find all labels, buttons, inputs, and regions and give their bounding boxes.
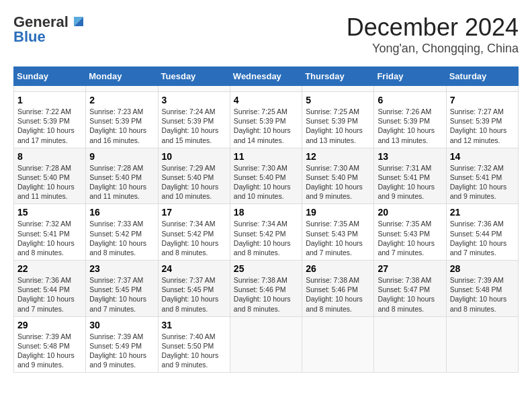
- calendar-cell: 16Sunrise: 7:33 AMSunset: 5:42 PMDayligh…: [86, 204, 158, 261]
- day-info: Sunrise: 7:29 AMSunset: 5:40 PMDaylight:…: [162, 163, 226, 201]
- day-info: Sunrise: 7:39 AMSunset: 5:48 PMDaylight:…: [17, 332, 82, 370]
- day-info: Sunrise: 7:25 AMSunset: 5:39 PMDaylight:…: [306, 107, 370, 145]
- day-number: 27: [378, 263, 442, 274]
- calendar-cell: 19Sunrise: 7:35 AMSunset: 5:43 PMDayligh…: [302, 204, 374, 261]
- day-number: 3: [162, 95, 226, 105]
- day-info: Sunrise: 7:38 AMSunset: 5:46 PMDaylight:…: [306, 275, 370, 314]
- calendar-cell: 28Sunrise: 7:39 AMSunset: 5:48 PMDayligh…: [446, 261, 518, 317]
- day-number: 15: [17, 207, 82, 218]
- calendar-cell: [230, 86, 302, 92]
- day-info: Sunrise: 7:24 AMSunset: 5:39 PMDaylight:…: [162, 107, 226, 145]
- weekday-header-friday: Friday: [374, 67, 446, 86]
- day-number: 19: [306, 207, 370, 218]
- day-info: Sunrise: 7:36 AMSunset: 5:44 PMDaylight:…: [450, 219, 515, 257]
- day-number: 30: [89, 320, 154, 330]
- day-number: 29: [17, 320, 82, 330]
- weekday-header-monday: Monday: [86, 67, 158, 86]
- day-info: Sunrise: 7:28 AMSunset: 5:40 PMDaylight:…: [89, 163, 154, 201]
- calendar-cell: 2Sunrise: 7:23 AMSunset: 5:39 PMDaylight…: [86, 92, 158, 148]
- calendar-cell: 12Sunrise: 7:30 AMSunset: 5:40 PMDayligh…: [302, 148, 374, 204]
- day-number: 26: [306, 263, 370, 274]
- calendar-week-row: 15Sunrise: 7:32 AMSunset: 5:41 PMDayligh…: [14, 204, 519, 261]
- day-number: 17: [162, 207, 226, 218]
- day-number: 4: [234, 95, 298, 105]
- day-number: 12: [306, 151, 370, 162]
- weekday-header-saturday: Saturday: [446, 67, 518, 86]
- day-info: Sunrise: 7:40 AMSunset: 5:50 PMDaylight:…: [162, 332, 226, 370]
- day-info: Sunrise: 7:31 AMSunset: 5:41 PMDaylight:…: [378, 163, 442, 201]
- calendar-cell: 15Sunrise: 7:32 AMSunset: 5:41 PMDayligh…: [14, 204, 86, 261]
- calendar-cell: [446, 86, 518, 92]
- calendar-cell: 11Sunrise: 7:30 AMSunset: 5:40 PMDayligh…: [230, 148, 302, 204]
- weekday-header-sunday: Sunday: [14, 67, 86, 86]
- day-info: Sunrise: 7:25 AMSunset: 5:39 PMDaylight:…: [234, 107, 298, 145]
- weekday-header-tuesday: Tuesday: [158, 67, 230, 86]
- day-number: 16: [89, 207, 154, 218]
- day-number: 14: [450, 151, 515, 162]
- calendar-cell: [14, 86, 86, 92]
- logo-icon: [70, 13, 87, 30]
- day-info: Sunrise: 7:36 AMSunset: 5:44 PMDaylight:…: [17, 275, 82, 314]
- calendar-cell: [86, 86, 158, 92]
- calendar-week-row: 29Sunrise: 7:39 AMSunset: 5:48 PMDayligh…: [14, 316, 519, 373]
- day-info: Sunrise: 7:37 AMSunset: 5:45 PMDaylight:…: [162, 275, 226, 314]
- calendar-cell: 21Sunrise: 7:36 AMSunset: 5:44 PMDayligh…: [446, 204, 518, 261]
- day-number: 10: [162, 151, 226, 162]
- day-info: Sunrise: 7:26 AMSunset: 5:39 PMDaylight:…: [378, 107, 442, 145]
- weekday-header-thursday: Thursday: [302, 67, 374, 86]
- calendar-cell: 27Sunrise: 7:38 AMSunset: 5:47 PMDayligh…: [374, 261, 446, 317]
- day-number: 24: [162, 263, 226, 274]
- calendar-cell: [302, 86, 374, 92]
- calendar-cell: 18Sunrise: 7:34 AMSunset: 5:42 PMDayligh…: [230, 204, 302, 261]
- page-header: General Blue December 2024 Yong'an, Chon…: [13, 13, 519, 56]
- calendar-cell: [158, 86, 230, 92]
- day-info: Sunrise: 7:39 AMSunset: 5:48 PMDaylight:…: [450, 275, 515, 314]
- day-number: 20: [378, 207, 442, 218]
- day-number: 22: [17, 263, 82, 274]
- location-title: Yong'an, Chongqing, China: [347, 42, 519, 56]
- day-number: 11: [234, 151, 298, 162]
- day-info: Sunrise: 7:32 AMSunset: 5:41 PMDaylight:…: [17, 219, 82, 257]
- calendar-cell: 1Sunrise: 7:22 AMSunset: 5:39 PMDaylight…: [14, 92, 86, 148]
- calendar-cell: [374, 316, 446, 373]
- calendar-cell: 5Sunrise: 7:25 AMSunset: 5:39 PMDaylight…: [302, 92, 374, 148]
- day-number: 8: [17, 151, 82, 162]
- calendar-cell: 25Sunrise: 7:38 AMSunset: 5:46 PMDayligh…: [230, 261, 302, 317]
- calendar-cell: 30Sunrise: 7:39 AMSunset: 5:49 PMDayligh…: [86, 316, 158, 373]
- calendar-cell: 29Sunrise: 7:39 AMSunset: 5:48 PMDayligh…: [14, 316, 86, 373]
- calendar-cell: 7Sunrise: 7:27 AMSunset: 5:39 PMDaylight…: [446, 92, 518, 148]
- calendar-cell: 4Sunrise: 7:25 AMSunset: 5:39 PMDaylight…: [230, 92, 302, 148]
- calendar-cell: 14Sunrise: 7:32 AMSunset: 5:41 PMDayligh…: [446, 148, 518, 204]
- day-number: 5: [306, 95, 370, 105]
- calendar-cell: [374, 86, 446, 92]
- weekday-header-row: SundayMondayTuesdayWednesdayThursdayFrid…: [14, 67, 519, 86]
- day-info: Sunrise: 7:37 AMSunset: 5:45 PMDaylight:…: [89, 275, 154, 314]
- calendar-cell: 13Sunrise: 7:31 AMSunset: 5:41 PMDayligh…: [374, 148, 446, 204]
- calendar-week-row: 1Sunrise: 7:22 AMSunset: 5:39 PMDaylight…: [14, 92, 519, 148]
- day-number: 2: [89, 95, 154, 105]
- day-info: Sunrise: 7:30 AMSunset: 5:40 PMDaylight:…: [306, 163, 370, 201]
- calendar-cell: 8Sunrise: 7:28 AMSunset: 5:40 PMDaylight…: [14, 148, 86, 204]
- calendar-cell: 20Sunrise: 7:35 AMSunset: 5:43 PMDayligh…: [374, 204, 446, 261]
- calendar-cell: [446, 316, 518, 373]
- calendar-cell: 17Sunrise: 7:34 AMSunset: 5:42 PMDayligh…: [158, 204, 230, 261]
- day-number: 6: [378, 95, 442, 105]
- calendar-table: SundayMondayTuesdayWednesdayThursdayFrid…: [13, 66, 519, 373]
- calendar-cell: 9Sunrise: 7:28 AMSunset: 5:40 PMDaylight…: [86, 148, 158, 204]
- day-number: 18: [234, 207, 298, 218]
- day-number: 13: [378, 151, 442, 162]
- day-info: Sunrise: 7:38 AMSunset: 5:47 PMDaylight:…: [378, 275, 442, 314]
- title-block: December 2024 Yong'an, Chongqing, China: [347, 13, 519, 56]
- day-info: Sunrise: 7:27 AMSunset: 5:39 PMDaylight:…: [450, 107, 515, 145]
- calendar-cell: 24Sunrise: 7:37 AMSunset: 5:45 PMDayligh…: [158, 261, 230, 317]
- calendar-week-row: 22Sunrise: 7:36 AMSunset: 5:44 PMDayligh…: [14, 261, 519, 317]
- calendar-week-row: [14, 86, 519, 92]
- day-info: Sunrise: 7:22 AMSunset: 5:39 PMDaylight:…: [17, 107, 82, 145]
- day-number: 25: [234, 263, 298, 274]
- calendar-cell: 22Sunrise: 7:36 AMSunset: 5:44 PMDayligh…: [14, 261, 86, 317]
- day-info: Sunrise: 7:28 AMSunset: 5:40 PMDaylight:…: [17, 163, 82, 201]
- day-number: 7: [450, 95, 515, 105]
- day-info: Sunrise: 7:35 AMSunset: 5:43 PMDaylight:…: [306, 219, 370, 257]
- day-info: Sunrise: 7:38 AMSunset: 5:46 PMDaylight:…: [234, 275, 298, 314]
- month-title: December 2024: [347, 13, 519, 42]
